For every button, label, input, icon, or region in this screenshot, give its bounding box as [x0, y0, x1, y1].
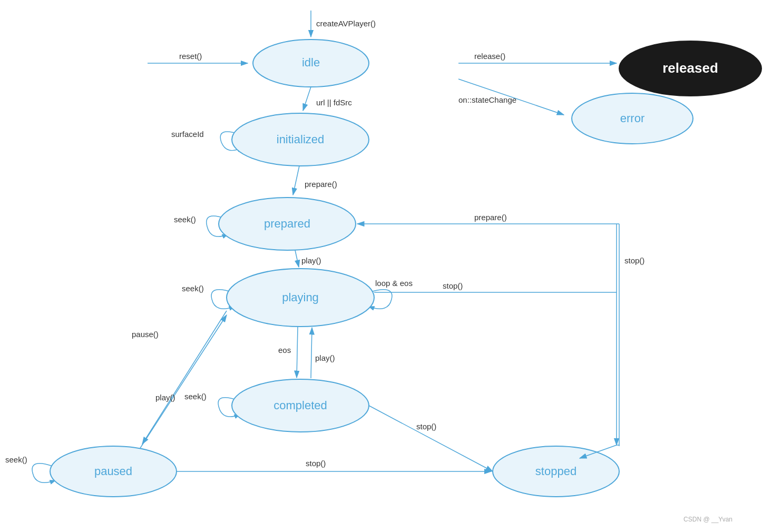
pause-label: pause(): [132, 330, 159, 339]
playing-stop-label: stop(): [443, 281, 463, 290]
watermark: CSDN @ __Yvan: [683, 516, 732, 523]
create-label: createAVPlayer(): [316, 19, 376, 28]
completed-label: completed: [273, 399, 327, 412]
release-label: release(): [474, 52, 505, 61]
completed-stop-label: stop(): [416, 422, 436, 431]
stop-right-label: stop(): [624, 256, 644, 265]
eos-arrow: [297, 327, 298, 378]
play-paused-label: play(): [155, 393, 175, 402]
paused-label: paused: [94, 465, 132, 478]
playing-label: playing: [282, 291, 319, 304]
stopped-prepare-label: prepare(): [474, 213, 507, 222]
seek-playing-label: seek(): [182, 284, 204, 293]
released-label: released: [662, 60, 718, 76]
surfaceid-label: surfaceId: [171, 130, 204, 139]
error-label: error: [620, 112, 644, 125]
initialized-label: initialized: [277, 133, 325, 146]
error-trigger-label: on::stateChange: [458, 95, 516, 104]
play-completed-arrow: [311, 328, 312, 378]
seek-paused-label: seek(): [5, 455, 27, 464]
url-label: url || fdSrc: [316, 98, 352, 107]
seek-completed-label: seek(): [184, 392, 207, 401]
loop-eos-label: loop & eos: [375, 279, 413, 288]
reset-label: reset(): [179, 52, 202, 61]
eos-label: eos: [278, 346, 291, 354]
idle-label: idle: [302, 56, 320, 69]
paused-stop-label: stop(): [306, 459, 326, 468]
play1-label: play(): [301, 256, 321, 265]
prepare1-arrow: [293, 166, 299, 195]
prepare1-label: prepare(): [305, 180, 337, 189]
state-diagram: createAVPlayer() reset() idle url || fdS…: [0, 0, 772, 532]
prepared-label: prepared: [264, 217, 310, 230]
play1-arrow: [295, 250, 299, 267]
seek-prepared-label: seek(): [174, 215, 196, 224]
url-arrow: [303, 87, 311, 111]
completed-stop-arrow: [369, 406, 493, 471]
stopped-label: stopped: [535, 465, 576, 478]
play-completed-label: play(): [315, 353, 335, 362]
